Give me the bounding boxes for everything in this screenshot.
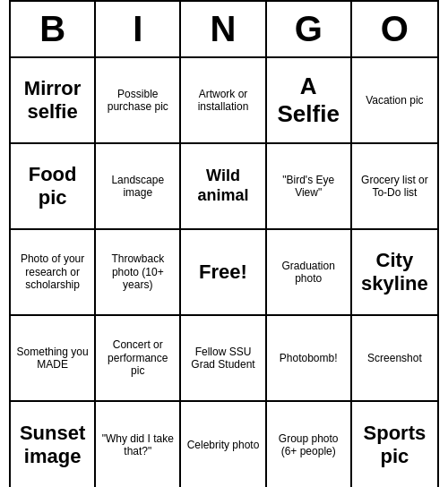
header-letter: B (11, 2, 96, 56)
bingo-cell: Group photo (6+ people) (267, 402, 352, 487)
bingo-cell: Possible purchase pic (96, 58, 181, 144)
bingo-cell: Graduation photo (267, 230, 352, 316)
bingo-cell: Throwback photo (10+ years) (96, 230, 181, 316)
header-letter: G (267, 2, 352, 56)
bingo-grid: Mirror selfiePossible purchase picArtwor… (11, 58, 437, 487)
bingo-cell: Celebrity photo (181, 402, 266, 487)
bingo-cell: Landscape image (96, 144, 181, 230)
bingo-cell: Something you MADE (11, 316, 96, 402)
bingo-cell: Artwork or installation (181, 58, 266, 144)
bingo-cell: Grocery list or To-Do list (352, 144, 437, 230)
bingo-cell: Concert or performance pic (96, 316, 181, 402)
bingo-cell: A Selfie (267, 58, 352, 144)
bingo-cell: Wild animal (181, 144, 266, 230)
bingo-cell: Vacation pic (352, 58, 437, 144)
bingo-cell: Free! (181, 230, 266, 316)
bingo-cell: Screenshot (352, 316, 437, 402)
bingo-card: BINGO Mirror selfiePossible purchase pic… (9, 0, 439, 487)
bingo-cell: Photobomb! (267, 316, 352, 402)
header-letter: I (96, 2, 181, 56)
bingo-cell: Photo of your research or scholarship (11, 230, 96, 316)
header-letter: O (352, 2, 437, 56)
bingo-cell: Sports pic (352, 402, 437, 487)
bingo-cell: "Bird's Eye View" (267, 144, 352, 230)
bingo-header: BINGO (11, 2, 437, 58)
bingo-cell: Fellow SSU Grad Student (181, 316, 266, 402)
bingo-cell: "Why did I take that?" (96, 402, 181, 487)
bingo-cell: City skyline (352, 230, 437, 316)
bingo-cell: Mirror selfie (11, 58, 96, 144)
header-letter: N (181, 2, 266, 56)
bingo-cell: Food pic (11, 144, 96, 230)
bingo-cell: Sunset image (11, 402, 96, 487)
